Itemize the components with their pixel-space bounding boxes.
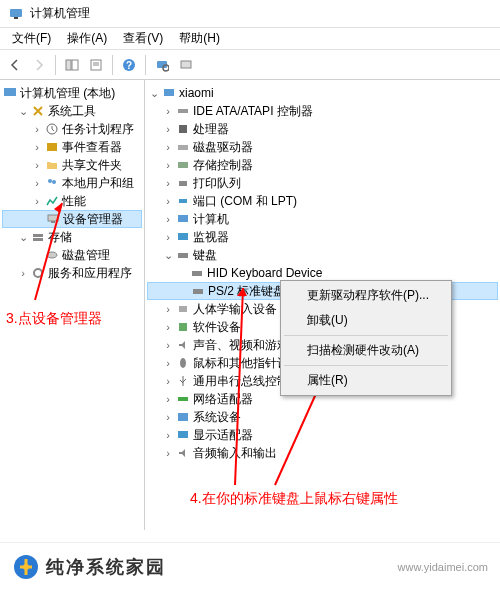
node-services-apps[interactable]: › 服务和应用程序 <box>2 264 142 282</box>
expander-closed[interactable]: › <box>161 339 175 351</box>
node-storage[interactable]: ⌄ 存储 <box>2 228 142 246</box>
node-system-tools[interactable]: ⌄ 系统工具 <box>2 102 142 120</box>
node-device-manager[interactable]: 设备管理器 <box>2 210 142 228</box>
svg-rect-40 <box>178 431 188 438</box>
expander-closed[interactable]: › <box>161 357 175 369</box>
node-print[interactable]: ›打印队列 <box>147 174 498 192</box>
menu-action[interactable]: 操作(A) <box>59 28 115 49</box>
clock-icon <box>44 121 60 137</box>
node-monitor[interactable]: ›监视器 <box>147 228 498 246</box>
expander-open[interactable]: ⌄ <box>16 105 30 118</box>
menu-file[interactable]: 文件(F) <box>4 28 59 49</box>
expander-closed[interactable]: › <box>161 213 175 225</box>
node-display[interactable]: ›显示适配器 <box>147 426 498 444</box>
expander-closed[interactable]: › <box>16 267 30 279</box>
scan-button[interactable] <box>151 54 173 76</box>
node-audio-io[interactable]: ›音频输入和输出 <box>147 444 498 462</box>
svg-rect-25 <box>179 125 187 133</box>
keyboard-icon <box>190 283 206 299</box>
label: 系统设备 <box>193 409 241 426</box>
expander-closed[interactable]: › <box>30 159 44 171</box>
expander-closed[interactable]: › <box>30 195 44 207</box>
expander-closed[interactable]: › <box>161 141 175 153</box>
forward-button[interactable] <box>28 54 50 76</box>
printer-icon <box>175 175 191 191</box>
port-icon <box>175 193 191 209</box>
node-ide[interactable]: ›IDE ATA/ATAPI 控制器 <box>147 102 498 120</box>
svg-rect-31 <box>178 233 188 240</box>
label: 处理器 <box>193 121 229 138</box>
left-tree[interactable]: 计算机管理 (本地) ⌄ 系统工具 › 任务计划程序 › 事件查看器 › 共享文… <box>2 84 142 282</box>
expander-closed[interactable]: › <box>30 177 44 189</box>
perf-icon <box>44 193 60 209</box>
expander-closed[interactable]: › <box>161 177 175 189</box>
back-button[interactable] <box>4 54 26 76</box>
label: 人体学输入设备 <box>193 301 277 318</box>
expander-closed[interactable]: › <box>161 411 175 423</box>
label: 显示适配器 <box>193 427 253 444</box>
node-task-scheduler[interactable]: › 任务计划程序 <box>2 120 142 138</box>
ctx-update-driver[interactable]: 更新驱动程序软件(P)... <box>283 283 449 308</box>
expander-open[interactable]: ⌄ <box>16 231 30 244</box>
node-local-users[interactable]: › 本地用户和组 <box>2 174 142 192</box>
expander-closed[interactable]: › <box>161 393 175 405</box>
storage-icon <box>30 229 46 245</box>
expander-closed[interactable]: › <box>161 303 175 315</box>
computer-icon <box>2 85 18 101</box>
node-computer-mgmt[interactable]: 计算机管理 (本地) <box>2 84 142 102</box>
expander-closed[interactable]: › <box>161 123 175 135</box>
context-menu: 更新驱动程序软件(P)... 卸载(U) 扫描检测硬件改动(A) 属性(R) <box>280 280 452 396</box>
node-cpu[interactable]: ›处理器 <box>147 120 498 138</box>
sound-icon <box>175 337 191 353</box>
help-button[interactable]: ? <box>118 54 140 76</box>
node-system-dev[interactable]: ›系统设备 <box>147 408 498 426</box>
expander-closed[interactable]: › <box>30 123 44 135</box>
users-icon <box>44 175 60 191</box>
expander-closed[interactable]: › <box>161 105 175 117</box>
event-icon <box>44 139 60 155</box>
svg-rect-2 <box>66 60 71 70</box>
refresh-button[interactable] <box>175 54 197 76</box>
svg-rect-35 <box>179 306 187 312</box>
audio-icon <box>175 445 191 461</box>
svg-rect-28 <box>179 181 187 186</box>
label: 磁盘管理 <box>62 247 110 264</box>
svg-text:?: ? <box>126 60 132 71</box>
node-performance[interactable]: › 性能 <box>2 192 142 210</box>
node-disk-mgmt[interactable]: 磁盘管理 <box>2 246 142 264</box>
expander-closed[interactable]: › <box>161 429 175 441</box>
expander-closed[interactable]: › <box>161 231 175 243</box>
expander-closed[interactable]: › <box>161 447 175 459</box>
expander-open[interactable]: ⌄ <box>161 249 175 262</box>
node-pc-root[interactable]: ⌄xiaomi <box>147 84 498 102</box>
node-disk-drive[interactable]: ›磁盘驱动器 <box>147 138 498 156</box>
show-hide-button[interactable] <box>61 54 83 76</box>
properties-button[interactable] <box>85 54 107 76</box>
expander-open[interactable]: ⌄ <box>147 87 161 100</box>
ctx-scan-hardware[interactable]: 扫描检测硬件改动(A) <box>283 338 449 363</box>
node-keyboard[interactable]: ⌄键盘 <box>147 246 498 264</box>
device-tree[interactable]: ⌄xiaomi ›IDE ATA/ATAPI 控制器 ›处理器 ›磁盘驱动器 ›… <box>147 84 498 462</box>
node-event-viewer[interactable]: › 事件查看器 <box>2 138 142 156</box>
expander-closed[interactable]: › <box>161 159 175 171</box>
label: 音频输入和输出 <box>193 445 277 462</box>
label: 存储控制器 <box>193 157 253 174</box>
node-computer[interactable]: ›计算机 <box>147 210 498 228</box>
label: HID Keyboard Device <box>207 266 322 280</box>
titlebar: 计算机管理 <box>0 0 500 28</box>
menu-help[interactable]: 帮助(H) <box>171 28 228 49</box>
node-storage-ctrl[interactable]: ›存储控制器 <box>147 156 498 174</box>
expander-closed[interactable]: › <box>30 141 44 153</box>
svg-point-22 <box>34 269 42 277</box>
expander-closed[interactable]: › <box>161 375 175 387</box>
label: 软件设备 <box>193 319 241 336</box>
expander-closed[interactable]: › <box>161 321 175 333</box>
menu-view[interactable]: 查看(V) <box>115 28 171 49</box>
brand-text: 纯净系统家园 <box>46 555 166 579</box>
ctx-properties[interactable]: 属性(R) <box>283 368 449 393</box>
node-ports[interactable]: ›端口 (COM 和 LPT) <box>147 192 498 210</box>
node-shared-folders[interactable]: › 共享文件夹 <box>2 156 142 174</box>
ctx-uninstall[interactable]: 卸载(U) <box>283 308 449 333</box>
expander-closed[interactable]: › <box>161 195 175 207</box>
svg-rect-0 <box>10 9 22 17</box>
